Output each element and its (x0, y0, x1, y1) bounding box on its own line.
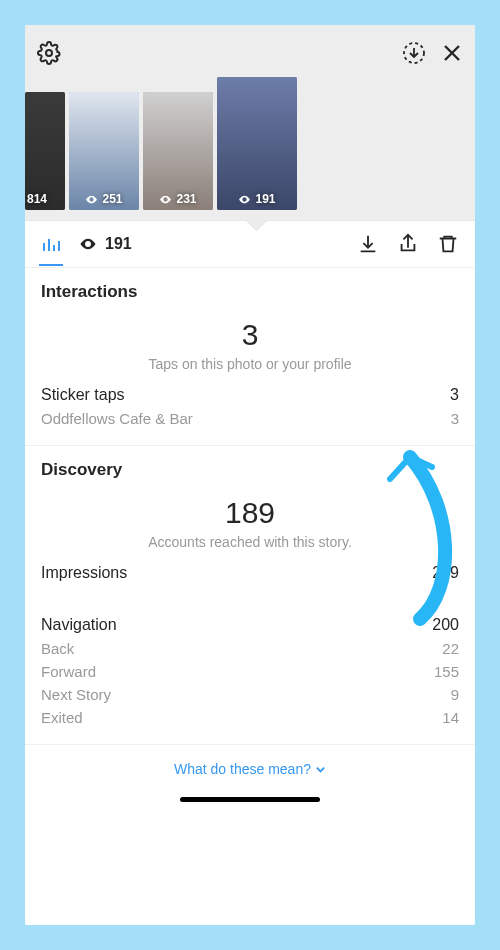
next-story-label: Next Story (41, 686, 111, 703)
sticker-taps-label: Sticker taps (41, 386, 125, 404)
section-title: Interactions (41, 282, 459, 302)
interactions-count: 3 (41, 318, 459, 352)
story-view-count: 251 (102, 192, 122, 206)
navigation-label: Navigation (41, 616, 117, 634)
help-link-text: What do these mean? (174, 761, 311, 777)
save-circle-icon[interactable] (401, 40, 427, 66)
forward-label: Forward (41, 663, 96, 680)
exited-value: 14 (442, 709, 459, 726)
top-bar (37, 35, 463, 71)
insights-panel: 814 251 231 (25, 25, 475, 925)
story-view-count: 814 (27, 192, 47, 206)
gear-icon[interactable] (37, 41, 61, 65)
impressions-value: 239 (432, 564, 459, 582)
viewers-tab[interactable]: 191 (79, 235, 132, 253)
interactions-section: Interactions 3 Taps on this photo or you… (25, 268, 475, 446)
sticker-taps-value: 3 (450, 386, 459, 404)
sticker-sub-value: 3 (451, 410, 459, 427)
close-icon[interactable] (441, 42, 463, 64)
reach-count: 189 (41, 496, 459, 530)
story-view-count: 191 (255, 192, 275, 206)
next-story-value: 9 (451, 686, 459, 703)
eye-icon (159, 193, 172, 206)
svg-point-0 (46, 50, 52, 56)
view-count: 191 (105, 235, 132, 253)
share-icon[interactable] (397, 233, 419, 255)
impressions-label: Impressions (41, 564, 127, 582)
insights-tab[interactable] (41, 234, 61, 264)
back-label: Back (41, 640, 74, 657)
story-view-count: 231 (176, 192, 196, 206)
stories-strip[interactable]: 814 251 231 (37, 71, 463, 220)
help-link[interactable]: What do these mean? (25, 745, 475, 783)
navigation-value: 200 (432, 616, 459, 634)
forward-value: 155 (434, 663, 459, 680)
home-indicator (180, 797, 320, 802)
eye-icon (238, 193, 251, 206)
download-icon[interactable] (357, 233, 379, 255)
tab-row: 191 (25, 221, 475, 268)
sticker-sub-label: Oddfellows Cafe & Bar (41, 410, 193, 427)
story-thumbnail[interactable]: 251 (69, 92, 139, 210)
discovery-section: Discovery 189 Accounts reached with this… (25, 446, 475, 745)
eye-icon (79, 235, 97, 253)
section-title: Discovery (41, 460, 459, 480)
top-area: 814 251 231 (25, 25, 475, 221)
eye-icon (85, 193, 98, 206)
exited-label: Exited (41, 709, 83, 726)
story-thumbnail[interactable]: 814 (25, 92, 65, 210)
trash-icon[interactable] (437, 233, 459, 255)
interactions-caption: Taps on this photo or your profile (41, 356, 459, 372)
back-value: 22 (442, 640, 459, 657)
story-thumbnail[interactable]: 231 (143, 92, 213, 210)
story-thumbnail-selected[interactable]: 191 (217, 77, 297, 210)
chevron-down-icon (315, 764, 326, 775)
reach-caption: Accounts reached with this story. (41, 534, 459, 550)
